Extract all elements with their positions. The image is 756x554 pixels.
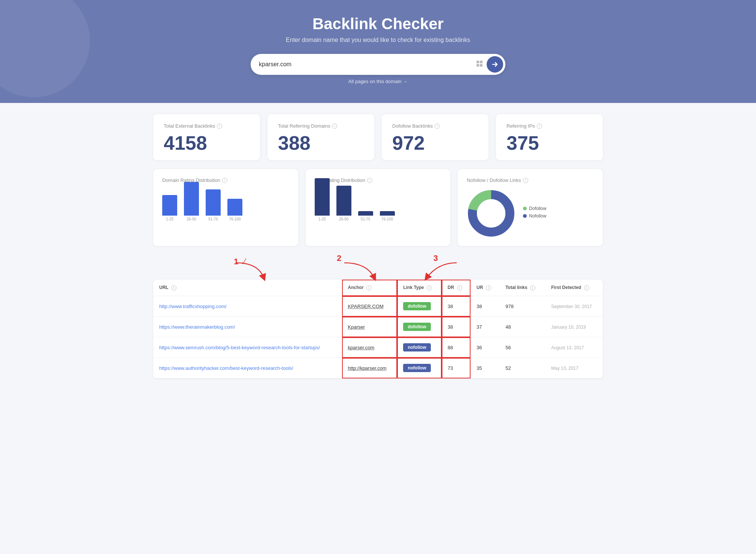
cell-url-3: https://www.authorityhacker.com/best-key… xyxy=(153,358,342,378)
stat-value-dofollow: 972 xyxy=(392,133,478,153)
url-bar-1-25 xyxy=(315,178,330,216)
url-link-0[interactable]: http://www.trafficshopping.com/ xyxy=(159,304,227,309)
url-bar-label-1-25: 1-25 xyxy=(318,217,326,221)
url-bar-26-50 xyxy=(336,186,351,216)
bar-label-51-75: 51-75 xyxy=(208,217,218,221)
info-icon-url-col[interactable]: i xyxy=(171,285,176,290)
arrow-svg-1 xyxy=(228,259,273,281)
cell-total-links-2: 56 xyxy=(499,337,545,358)
cell-ur-1: 37 xyxy=(471,317,499,337)
stat-label-backlinks: Total External Backlinks i xyxy=(164,123,250,129)
stats-row: Total External Backlinks i 4158 Total Re… xyxy=(153,114,603,160)
legend-dot-nofollow xyxy=(523,214,527,218)
cell-total-links-0: 978 xyxy=(499,296,545,317)
stat-card-ips: Referring IPs i 375 xyxy=(496,114,603,160)
cell-url-0: http://www.trafficshopping.com/ xyxy=(153,296,342,317)
header-subtitle: Enter domain name that you would like to… xyxy=(7,37,749,43)
arrow-right-icon xyxy=(491,61,499,68)
cell-linktype-1: dofollow xyxy=(397,317,441,337)
cell-anchor-0: KPARSER.COM xyxy=(342,296,397,317)
info-icon-ur-col[interactable]: i xyxy=(486,285,491,290)
bar-group-76-100: 76-100 xyxy=(227,199,242,221)
badge-linktype-3: nofollow xyxy=(403,364,430,372)
svg-rect-2 xyxy=(477,64,479,67)
table-body: http://www.trafficshopping.com/ KPARSER.… xyxy=(153,296,603,378)
col-header-url: URL i xyxy=(153,280,342,296)
bar-label-76-100: 76-100 xyxy=(229,217,241,221)
url-link-1[interactable]: https://www.therainmakerblog.com/ xyxy=(159,324,235,330)
data-table: URL i Anchor i Link Type i DR xyxy=(153,280,603,378)
info-icon-first-detected-col[interactable]: i xyxy=(584,285,589,290)
info-icon-dofollow[interactable]: i xyxy=(435,124,440,129)
cell-linktype-3: nofollow xyxy=(397,358,441,378)
anchor-text-2: kparser.com xyxy=(348,345,375,350)
cell-first-detected-1: January 10, 2019 xyxy=(545,317,603,337)
info-icon-domains[interactable]: i xyxy=(332,124,337,129)
url-link-2[interactable]: https://www.semrush.com/blog/5-best-keyw… xyxy=(159,345,320,350)
search-go-button[interactable] xyxy=(487,56,503,73)
stat-card-dofollow: Dofollow Backlinks i 972 xyxy=(382,114,489,160)
backlinks-table: URL i Anchor i Link Type i DR xyxy=(153,280,603,378)
cell-url-2: https://www.semrush.com/blog/5-best-keyw… xyxy=(153,337,342,358)
info-icon-ips[interactable]: i xyxy=(537,124,542,129)
anchor-text-3: http://kparser.com xyxy=(348,365,387,371)
donut-legend: Dofollow Nofollow xyxy=(523,206,546,221)
search-input[interactable] xyxy=(259,61,472,68)
bar-group-26-50: 26-50 xyxy=(184,182,199,221)
info-icon-dr-chart[interactable]: i xyxy=(222,178,227,183)
cell-anchor-3: http://kparser.com xyxy=(342,358,397,378)
nofollow-dofollow-chart: Nofollow / Dofollow Links i Dofollow xyxy=(458,169,603,246)
domain-rating-title: Domain Rating Distribution i xyxy=(162,177,289,183)
cell-ur-2: 36 xyxy=(471,337,499,358)
stat-value-backlinks: 4158 xyxy=(164,133,250,153)
url-link-3[interactable]: https://www.authorityhacker.com/best-key… xyxy=(159,365,293,371)
header: Backlink Checker Enter domain name that … xyxy=(0,0,756,103)
info-icon-total-links-col[interactable]: i xyxy=(530,285,535,290)
info-icon-dr-col[interactable]: i xyxy=(457,285,462,290)
stat-card-backlinks: Total External Backlinks i 4158 xyxy=(153,114,260,160)
cell-anchor-1: Kparser xyxy=(342,317,397,337)
svg-rect-1 xyxy=(480,61,483,63)
search-bar xyxy=(251,54,505,75)
info-icon-donut[interactable]: i xyxy=(523,178,528,183)
table-row: https://www.semrush.com/blog/5-best-keyw… xyxy=(153,337,603,358)
url-bar-label-76-100: 76-100 xyxy=(381,217,393,221)
url-rating-chart: URL Rating Distribution i 1-25 26-50 51-… xyxy=(306,169,451,246)
cell-first-detected-3: May 13, 2017 xyxy=(545,358,603,378)
url-bar-group-76-100: 76-100 xyxy=(380,211,395,221)
table-row: https://www.authorityhacker.com/best-key… xyxy=(153,358,603,378)
url-bar-group-1-25: 1-25 xyxy=(315,178,330,221)
cell-dr-1: 38 xyxy=(442,317,471,337)
charts-row: Domain Rating Distribution i 1-25 26-50 … xyxy=(153,169,603,246)
svg-point-6 xyxy=(477,199,505,228)
stat-value-domains: 388 xyxy=(278,133,364,153)
stat-label-dofollow: Dofollow Backlinks i xyxy=(392,123,478,129)
cell-total-links-1: 48 xyxy=(499,317,545,337)
donut-svg xyxy=(467,189,515,238)
legend-dofollow: Dofollow xyxy=(523,206,546,211)
col-header-first-detected: First Detected i xyxy=(545,280,603,296)
info-icon-backlinks[interactable]: i xyxy=(217,124,222,129)
stat-card-domains: Total Referring Domains i 388 xyxy=(267,114,374,160)
url-bar-group-51-75: 51-75 xyxy=(358,211,373,221)
cell-dr-3: 73 xyxy=(442,358,471,378)
domain-rating-bars: 1-25 26-50 51-75 76-100 xyxy=(162,189,289,230)
svg-rect-0 xyxy=(477,61,479,63)
stat-label-domains: Total Referring Domains i xyxy=(278,123,364,129)
clear-search-button[interactable] xyxy=(472,59,487,70)
grid-icon xyxy=(476,60,483,67)
info-icon-linktype-col[interactable]: i xyxy=(427,285,432,290)
url-bar-label-26-50: 26-50 xyxy=(339,217,349,221)
bar-51-75 xyxy=(206,189,221,216)
info-icon-ur-chart[interactable]: i xyxy=(367,178,372,183)
col-header-anchor: Anchor i xyxy=(342,280,397,296)
info-icon-anchor-col[interactable]: i xyxy=(366,285,372,290)
page-title: Backlink Checker xyxy=(7,15,749,33)
search-scope[interactable]: All pages on this domain → xyxy=(7,79,749,84)
cell-anchor-2: kparser.com xyxy=(342,337,397,358)
bar-label-26-50: 26-50 xyxy=(187,217,196,221)
url-bar-label-51-75: 51-75 xyxy=(361,217,371,221)
anchor-text-1: Kparser xyxy=(348,324,365,330)
legend-nofollow: Nofollow xyxy=(523,213,546,219)
badge-linktype-0: dofollow xyxy=(403,302,430,310)
